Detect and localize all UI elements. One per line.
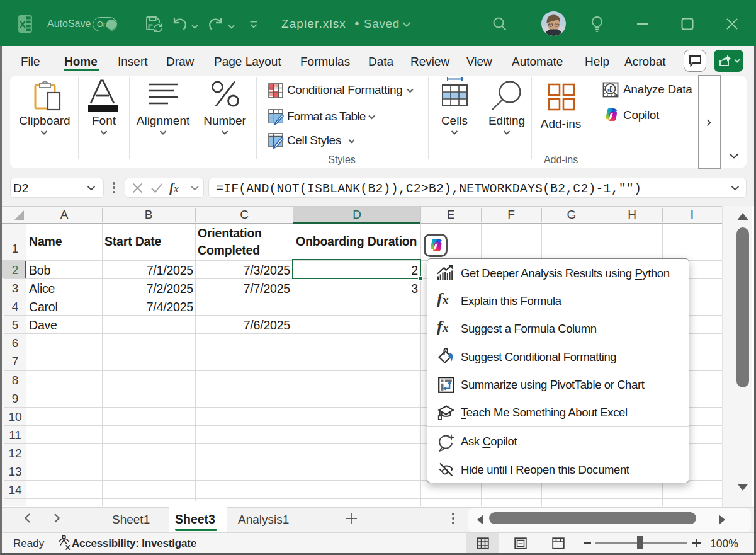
svg-text:X: X — [20, 20, 26, 30]
